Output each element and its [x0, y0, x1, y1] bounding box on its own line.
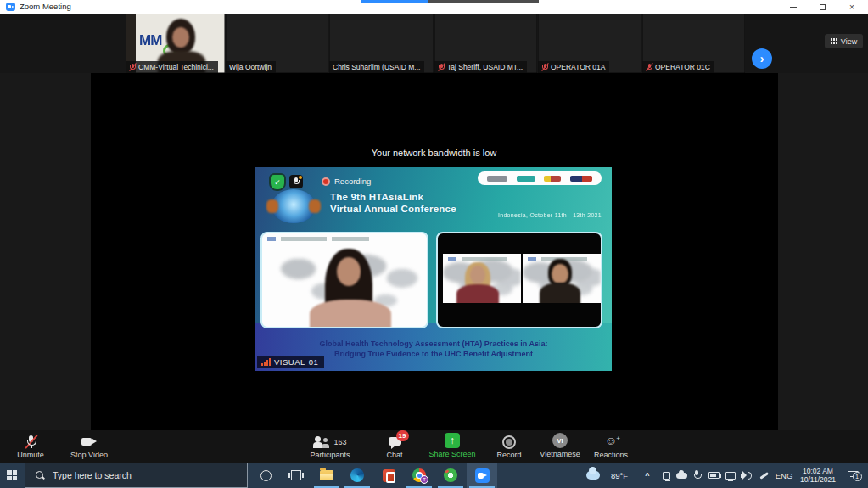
participant-name: OPERATOR 01C [655, 63, 710, 71]
zoom-meeting-window: Zoom Meeting × MM CMM-Virtual Techinici.… [0, 0, 868, 488]
windows-logo-icon [7, 470, 17, 480]
chrome-profile-badge: T [420, 475, 428, 484]
chrome-icon: T [412, 468, 426, 482]
reactions-label: Reactions [594, 451, 628, 459]
participant-thumbnail[interactable]: Taj Sheriff, USAID MT... [434, 14, 537, 73]
task-view-button[interactable] [281, 463, 311, 488]
zoom-taskbar-button[interactable] [467, 463, 497, 488]
chrome-button[interactable]: T [404, 463, 434, 488]
chat-button[interactable]: 19 Chat [375, 435, 414, 459]
webcam-banner-text: MM [139, 32, 161, 49]
network-button[interactable] [722, 463, 738, 488]
tray-app-window-button[interactable] [658, 463, 674, 488]
notification-center-button[interactable]: 1 [844, 463, 861, 488]
interpretation-icon: VI [552, 433, 568, 448]
share-screen-button[interactable]: ↑ Share Screen [427, 434, 478, 458]
conference-logo [272, 189, 316, 223]
participants-icon [313, 435, 330, 449]
speaker-body [310, 300, 391, 328]
windows-ink-icon [759, 470, 769, 480]
bandwidth-warning: Your network bandwidth is low [0, 148, 868, 158]
close-icon: × [849, 3, 854, 12]
unmute-label: Unmute [17, 451, 44, 459]
stop-video-button[interactable]: Stop Video [66, 435, 112, 459]
recording-dot-icon [322, 177, 330, 186]
search-input[interactable]: Type here to search [25, 463, 248, 488]
maximize-icon [820, 4, 826, 10]
participants-button[interactable]: 163 Participants [304, 435, 356, 459]
file-explorer-button[interactable] [311, 463, 342, 488]
chevron-right-icon: › [760, 52, 764, 65]
reactions-icon: ☺+ [603, 435, 619, 449]
minimize-icon [790, 7, 797, 8]
participant-thumbnail[interactable]: OPERATOR 01A [538, 14, 641, 73]
tray-overflow-caret[interactable]: ^ [641, 463, 654, 488]
security-shield-icon: ✓ [271, 175, 284, 189]
panelist-tile [523, 254, 601, 303]
partner-logo-2 [517, 176, 535, 182]
edge-icon [350, 468, 364, 482]
reactions-button[interactable]: ☺+ Reactions [591, 435, 631, 459]
view-button[interactable]: View [825, 34, 863, 48]
green-app-button[interactable] [435, 463, 466, 488]
chat-icon: 19 [388, 435, 402, 449]
temperature-label[interactable]: 89°F [604, 463, 635, 488]
search-placeholder: Type here to search [53, 470, 132, 480]
participant-name: CMM-Virtual Techinici... [138, 63, 214, 71]
participant-name-label: Taj Sheriff, USAID MT... [434, 61, 527, 73]
participant-thumbnail[interactable]: Wija Oortwijn [226, 14, 328, 73]
stream-mic-icon [289, 175, 303, 188]
participant-thumbnail[interactable]: Chris Suharlim (USAID M... [329, 14, 434, 73]
participant-name-label: OPERATOR 01C [642, 61, 714, 73]
search-icon [36, 471, 45, 480]
tray-microphone-button[interactable] [689, 463, 704, 488]
partner-logo-4 [570, 176, 592, 182]
microphone-icon [692, 470, 701, 480]
minimize-button[interactable] [781, 0, 806, 14]
shared-screen-content: ✓ Recording The 9th HTAsiaLink Virtual A… [255, 167, 612, 371]
cortana-icon [260, 470, 272, 481]
interpretation-button[interactable]: VI Vietnamese [536, 434, 584, 458]
start-button[interactable] [0, 463, 24, 488]
participant-video-face [172, 27, 189, 48]
camera-icon [81, 435, 98, 449]
weather-button[interactable] [584, 463, 602, 488]
conference-title: The 9th HTAsiaLink Virtual Annual Confer… [330, 191, 456, 215]
share-screen-icon: ↑ [445, 433, 460, 448]
session-caption-line1: Global Health Technology Assessment (HTA… [255, 339, 612, 350]
participant-name: Taj Sheriff, USAID MT... [447, 63, 523, 71]
conference-title-line1: The 9th HTAsiaLink [330, 191, 456, 203]
volume-button[interactable] [738, 463, 755, 488]
record-button[interactable]: Record [490, 435, 528, 459]
meeting-toolbar: Unmute ^ Stop Video ^ 163 Participants ^… [0, 430, 868, 463]
panelist-body [540, 283, 580, 303]
title-bar: Zoom Meeting × [0, 0, 868, 14]
unmute-button[interactable]: Unmute [10, 435, 51, 459]
video-thumbnail-strip: MM CMM-Virtual Techinici... Wija Oortwij… [0, 14, 868, 73]
maximize-button[interactable] [809, 0, 835, 14]
conference-date: Indonesia, October 11th - 13th 2021 [459, 212, 602, 218]
cortana-button[interactable] [250, 463, 281, 488]
muted-mic-icon [24, 435, 37, 449]
muted-mic-icon [129, 63, 136, 71]
next-page-button[interactable]: › [752, 48, 772, 69]
notification-icon: 1 [848, 471, 859, 480]
office-button[interactable] [373, 463, 404, 488]
task-view-icon [291, 470, 301, 480]
windows-ink-button[interactable] [756, 463, 771, 488]
speaker-face [337, 257, 361, 286]
close-button[interactable]: × [839, 0, 865, 14]
participant-thumbnail[interactable]: MM CMM-Virtual Techinici... [126, 14, 225, 73]
onedrive-button[interactable] [674, 463, 689, 488]
partner-logo-1 [487, 176, 507, 182]
battery-button[interactable] [705, 463, 722, 488]
clock-button[interactable]: 10:02 AM 10/11/2021 [796, 463, 840, 488]
language-button[interactable]: ENG [772, 463, 796, 488]
tray-app-window-icon [663, 472, 670, 480]
edge-button[interactable] [342, 463, 372, 488]
zoom-app-icon [475, 468, 490, 483]
zoom-app-icon [6, 3, 15, 11]
participant-thumbnail[interactable]: OPERATOR 01C [642, 14, 745, 73]
view-label: View [841, 37, 857, 46]
battery-icon [708, 472, 720, 479]
